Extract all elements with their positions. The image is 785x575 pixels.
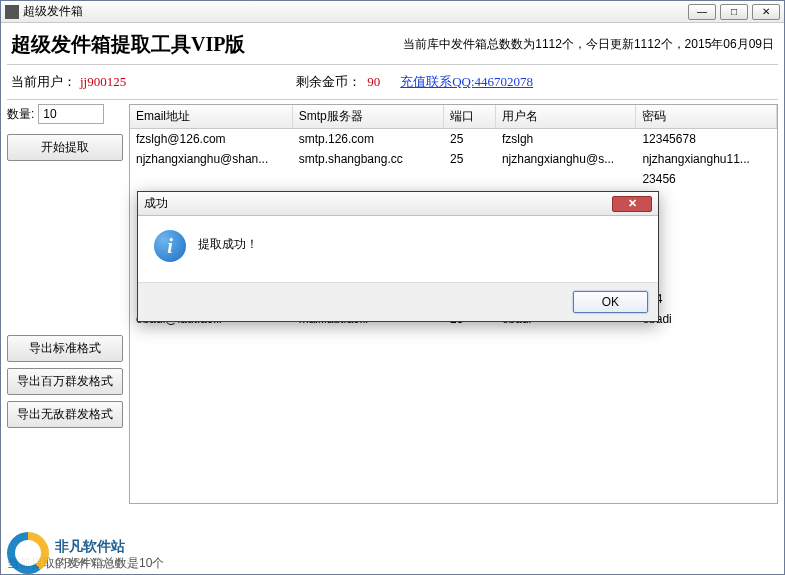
watermark: 非凡软件站 CRSKY.com xyxy=(7,532,125,574)
cell-user: njzhangxianghu@s... xyxy=(495,149,636,169)
minimize-button[interactable]: — xyxy=(688,4,716,20)
user-label: 当前用户： xyxy=(11,73,76,91)
cell-pass: njzhangxianghu11... xyxy=(636,149,777,169)
cell-port xyxy=(444,369,496,389)
cell-smtp xyxy=(292,169,443,189)
cell-user xyxy=(495,409,636,429)
cell-email xyxy=(130,429,292,449)
table-row[interactable] xyxy=(130,429,777,449)
cell-pass xyxy=(636,389,777,409)
coin-label: 剩余金币： xyxy=(296,73,361,91)
cell-port xyxy=(444,389,496,409)
table-row[interactable] xyxy=(130,349,777,369)
cell-email xyxy=(130,349,292,369)
dialog-title: 成功 xyxy=(144,195,168,212)
col-pass[interactable]: 密码 xyxy=(636,105,777,129)
watermark-logo-icon xyxy=(7,532,49,574)
cell-smtp xyxy=(292,369,443,389)
cell-pass xyxy=(636,429,777,449)
dialog-ok-button[interactable]: OK xyxy=(573,291,648,313)
cell-user: fzslgh xyxy=(495,129,636,150)
cell-user xyxy=(495,429,636,449)
cell-port xyxy=(444,449,496,469)
table-row[interactable]: 23456 xyxy=(130,169,777,189)
app-icon xyxy=(5,5,19,19)
export-wudi-button[interactable]: 导出无敌群发格式 xyxy=(7,401,123,428)
maximize-button[interactable]: □ xyxy=(720,4,748,20)
success-dialog: 成功 ✕ i 提取成功！ OK xyxy=(137,191,659,322)
status-row: 当前用户： jj900125 剩余金币： 90 充值联系QQ:446702078 xyxy=(1,65,784,99)
sidebar: 数量: 开始提取 导出标准格式 导出百万群发格式 导出无敌群发格式 xyxy=(7,104,123,504)
cell-port xyxy=(444,329,496,349)
coin-value: 90 xyxy=(367,74,380,90)
cell-port xyxy=(444,169,496,189)
watermark-en: CRSKY.com xyxy=(55,556,125,568)
cell-port xyxy=(444,409,496,429)
close-button[interactable]: ✕ xyxy=(752,4,780,20)
watermark-cn: 非凡软件站 xyxy=(55,538,125,556)
export-standard-button[interactable]: 导出标准格式 xyxy=(7,335,123,362)
cell-pass: 23456 xyxy=(636,169,777,189)
cell-smtp: smtp.shangbang.cc xyxy=(292,149,443,169)
export-million-button[interactable]: 导出百万群发格式 xyxy=(7,368,123,395)
cell-smtp xyxy=(292,449,443,469)
cell-email xyxy=(130,389,292,409)
window-title: 超级发件箱 xyxy=(23,3,688,20)
dialog-close-button[interactable]: ✕ xyxy=(612,196,652,212)
table-row[interactable] xyxy=(130,409,777,429)
dialog-message: 提取成功！ xyxy=(198,230,258,262)
cell-pass xyxy=(636,449,777,469)
cell-port: 25 xyxy=(444,149,496,169)
qty-label: 数量: xyxy=(7,106,34,123)
cell-email: njzhangxianghu@shan... xyxy=(130,149,292,169)
cell-user xyxy=(495,369,636,389)
cell-smtp xyxy=(292,329,443,349)
table-row[interactable] xyxy=(130,389,777,409)
page-title: 超级发件箱提取工具VIP版 xyxy=(11,31,245,58)
cell-email xyxy=(130,449,292,469)
cell-smtp xyxy=(292,349,443,369)
table-row[interactable] xyxy=(130,369,777,389)
info-icon: i xyxy=(154,230,186,262)
cell-user xyxy=(495,449,636,469)
titlebar[interactable]: 超级发件箱 — □ ✕ xyxy=(1,1,784,23)
user-value: jj900125 xyxy=(80,74,126,90)
dialog-titlebar[interactable]: 成功 ✕ xyxy=(138,192,658,216)
cell-pass: 12345678 xyxy=(636,129,777,150)
col-email[interactable]: Email地址 xyxy=(130,105,292,129)
cell-email: fzslgh@126.com xyxy=(130,129,292,150)
cell-email xyxy=(130,409,292,429)
summary-text: 当前库中发件箱总数数为1112个，今日更新1112个，2015年06月09日 xyxy=(403,36,774,53)
recharge-link-wrap: 充值联系QQ:446702078 xyxy=(400,73,533,91)
recharge-link[interactable]: 充值联系QQ:446702078 xyxy=(400,74,533,89)
header: 超级发件箱提取工具VIP版 当前库中发件箱总数数为1112个，今日更新1112个… xyxy=(1,23,784,64)
table-row[interactable] xyxy=(130,329,777,349)
table-row[interactable]: fzslgh@126.comsmtp.126.com25fzslgh123456… xyxy=(130,129,777,150)
cell-smtp xyxy=(292,389,443,409)
cell-port xyxy=(444,349,496,369)
cell-port: 25 xyxy=(444,129,496,150)
col-smtp[interactable]: Smtp服务器 xyxy=(292,105,443,129)
cell-pass xyxy=(636,349,777,369)
cell-pass xyxy=(636,369,777,389)
cell-smtp: smtp.126.com xyxy=(292,129,443,150)
table-row[interactable] xyxy=(130,449,777,469)
col-port[interactable]: 端口 xyxy=(444,105,496,129)
cell-pass xyxy=(636,409,777,429)
cell-user xyxy=(495,329,636,349)
cell-pass xyxy=(636,329,777,349)
table-row[interactable]: njzhangxianghu@shan...smtp.shangbang.cc2… xyxy=(130,149,777,169)
cell-smtp xyxy=(292,409,443,429)
start-extract-button[interactable]: 开始提取 xyxy=(7,134,123,161)
qty-input[interactable] xyxy=(38,104,104,124)
cell-email xyxy=(130,329,292,349)
col-user[interactable]: 用户名 xyxy=(495,105,636,129)
cell-email xyxy=(130,369,292,389)
cell-port xyxy=(444,429,496,449)
cell-user xyxy=(495,169,636,189)
cell-user xyxy=(495,389,636,409)
cell-email xyxy=(130,169,292,189)
cell-smtp xyxy=(292,429,443,449)
cell-user xyxy=(495,349,636,369)
